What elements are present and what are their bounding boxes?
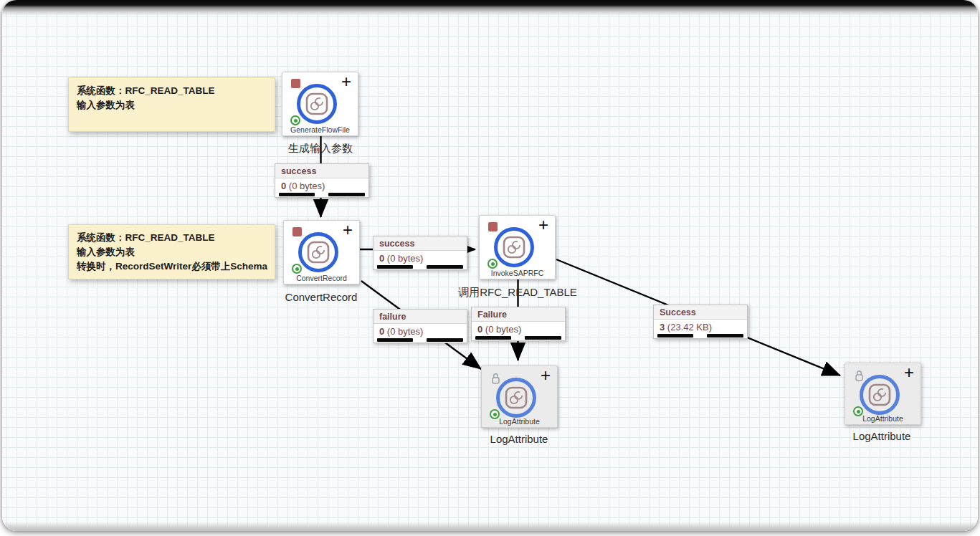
queue-indicator-bar — [657, 334, 693, 338]
queue-indicator-bar — [427, 265, 463, 269]
processor-convertrecord[interactable]: + ConvertRecord — [283, 220, 360, 284]
processor-invokesaprfc[interactable]: + InvokeSAPRFC — [479, 215, 556, 279]
add-icon: + — [341, 72, 351, 91]
queue-indicator-bar — [427, 338, 463, 342]
valid-status-icon — [290, 115, 300, 125]
note-line: 输入参数为表 — [77, 98, 267, 113]
canvas-label-logattribute-1[interactable]: LogAttribute — [490, 433, 548, 445]
queue-indicator-bar — [707, 334, 743, 338]
canvas-label-convertrecord[interactable]: ConvertRecord — [285, 291, 358, 303]
queue-indicator-bar — [279, 193, 314, 196]
processor-name: LogAttribute — [482, 417, 557, 426]
annotation-note[interactable]: 系统函数：RFC_READ_TABLE 输入参数为表 — [68, 77, 275, 132]
queue-stats: 0 (0 bytes) — [275, 178, 368, 197]
note-line: 转换时，RecordSetWriter必须带上Schema — [77, 259, 267, 274]
stopped-status-icon — [291, 79, 300, 88]
canvas-label-generateflowfile[interactable]: 生成输入参数 — [288, 142, 353, 155]
queue-label-failure[interactable]: failure 0 (0 bytes) — [373, 309, 467, 343]
add-icon: + — [904, 363, 914, 382]
processor-logattribute-1[interactable]: + LogAttribute — [481, 365, 558, 428]
queue-label-success-1[interactable]: success 0 (0 bytes) — [275, 163, 369, 198]
processor-ring — [297, 84, 337, 124]
queue-label-Failure[interactable]: Failure 0 (0 bytes) — [471, 307, 566, 341]
processor-ring — [860, 375, 900, 415]
valid-status-icon — [292, 264, 302, 274]
add-icon: + — [343, 221, 353, 239]
lock-icon — [855, 369, 864, 382]
valid-status-icon — [487, 259, 498, 269]
queue-label-success-2[interactable]: success 0 (0 bytes) — [373, 236, 467, 270]
note-line: 输入参数为表 — [77, 245, 267, 259]
note-line: 系统函数：RFC_READ_TABLE — [77, 231, 267, 245]
queue-indicator-bar — [328, 193, 365, 196]
add-icon: + — [538, 216, 548, 234]
processor-generateflowfile[interactable]: + GenerateFlowFile — [282, 72, 358, 136]
processor-name: InvokeSAPRFC — [480, 269, 555, 277]
stopped-status-icon — [488, 222, 498, 231]
flow-canvas[interactable]: 系统函数：RFC_READ_TABLE 输入参数为表 系统函数：RFC_READ… — [2, 0, 978, 531]
queue-label-Success[interactable]: Success 3 (23.42 KB) — [653, 305, 748, 339]
canvas-label-invokesaprfc[interactable]: 调用RFC_READ_TABLE — [458, 286, 577, 300]
relationship-name: success — [275, 164, 368, 178]
processor-logattribute-2[interactable]: + LogAttribute — [845, 363, 921, 425]
add-icon: + — [541, 366, 551, 385]
processor-name: ConvertRecord — [284, 274, 359, 282]
processor-ring — [298, 232, 338, 272]
queue-stats: 0 (0 bytes) — [374, 251, 467, 269]
processor-name: GenerateFlowFile — [282, 125, 358, 134]
queue-stats: 0 (0 bytes) — [472, 322, 565, 340]
annotation-note[interactable]: 系统函数：RFC_READ_TABLE 输入参数为表 转换时，RecordSet… — [68, 224, 275, 279]
canvas-label-logattribute-2[interactable]: LogAttribute — [853, 430, 911, 442]
lock-icon — [491, 372, 500, 385]
processor-glyph-icon — [503, 236, 525, 259]
queue-indicator-bar — [475, 336, 510, 340]
processor-glyph-icon — [307, 241, 330, 264]
note-line: 系统函数：RFC_READ_TABLE — [77, 84, 267, 98]
queue-indicator-bar — [377, 338, 412, 342]
relationship-name: Failure — [472, 307, 565, 322]
relationship-name: success — [374, 236, 467, 251]
processor-ring — [494, 227, 534, 267]
processor-ring — [496, 378, 536, 418]
queue-indicator-bar — [377, 265, 412, 269]
queue-stats: 3 (23.42 KB) — [654, 320, 747, 338]
queue-indicator-bar — [525, 336, 561, 340]
processor-name: LogAttribute — [845, 414, 920, 423]
relationship-name: Success — [654, 305, 747, 320]
queue-stats: 0 (0 bytes) — [374, 324, 467, 343]
processor-glyph-icon — [505, 386, 528, 409]
processor-glyph-icon — [868, 383, 891, 406]
relationship-name: failure — [374, 310, 467, 324]
processor-glyph-icon — [305, 92, 328, 115]
stopped-status-icon — [292, 227, 302, 236]
